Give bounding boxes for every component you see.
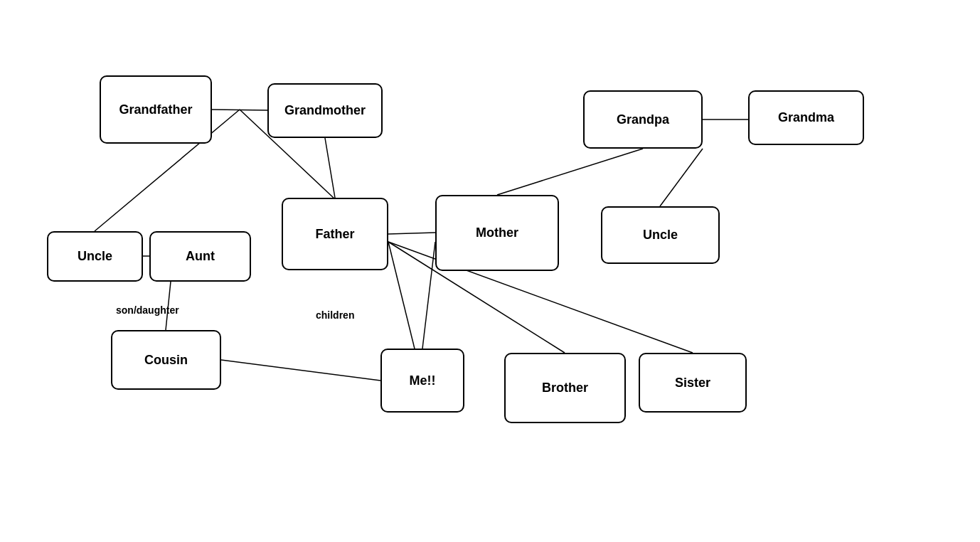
- grandpa-node: Grandpa: [583, 90, 703, 149]
- family-tree-diagram: Grandfather Grandmother Grandpa Grandma …: [0, 0, 980, 542]
- svg-line-14: [221, 360, 380, 381]
- uncle-right-label: Uncle: [643, 228, 678, 243]
- brother-label: Brother: [542, 381, 588, 395]
- grandfather-label: Grandfather: [119, 102, 192, 117]
- father-label: Father: [315, 227, 354, 242]
- svg-line-6: [660, 149, 703, 206]
- mother-label: Mother: [476, 225, 518, 240]
- sister-label: Sister: [675, 376, 710, 390]
- father-node: Father: [282, 198, 388, 270]
- children-label: children: [316, 309, 354, 321]
- grandmother-label: Grandmother: [284, 103, 366, 118]
- uncle-right-node: Uncle: [601, 206, 720, 264]
- uncle-left-node: Uncle: [47, 231, 143, 282]
- svg-line-7: [388, 233, 435, 234]
- me-node: Me!!: [380, 349, 464, 413]
- grandmother-node: Grandmother: [267, 83, 383, 138]
- cousin-node: Cousin: [111, 330, 221, 390]
- grandfather-node: Grandfather: [100, 75, 212, 144]
- cousin-label: Cousin: [144, 353, 188, 368]
- aunt-label: Aunt: [186, 249, 215, 264]
- svg-line-11: [422, 242, 435, 349]
- grandma-label: Grandma: [778, 110, 834, 125]
- son-daughter-label: son/daughter: [116, 304, 179, 316]
- sister-node: Sister: [639, 353, 747, 413]
- uncle-left-label: Uncle: [78, 249, 112, 264]
- brother-node: Brother: [504, 353, 626, 423]
- svg-line-5: [497, 149, 643, 195]
- aunt-node: Aunt: [149, 231, 251, 282]
- grandpa-label: Grandpa: [617, 112, 669, 127]
- grandma-node: Grandma: [748, 90, 864, 145]
- mother-node: Mother: [435, 195, 559, 271]
- me-label: Me!!: [410, 373, 436, 388]
- svg-line-0: [212, 110, 267, 110]
- svg-line-3: [325, 138, 335, 198]
